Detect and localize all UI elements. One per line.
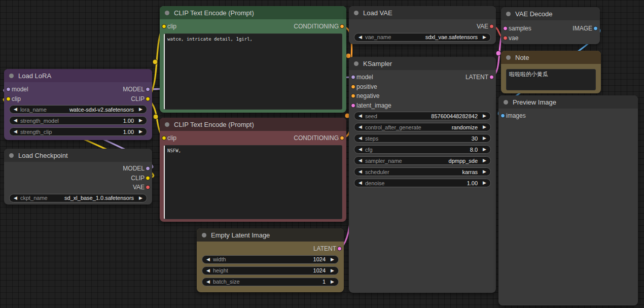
output-port-model[interactable]	[146, 166, 150, 171]
widget-control-after-generate[interactable]: ◀ control_after_generate randomize ▶	[354, 123, 491, 131]
increment-arrow-icon[interactable]: ▶	[139, 118, 142, 123]
output-port-vae[interactable]	[489, 24, 494, 29]
output-port-clip[interactable]	[146, 96, 150, 101]
decrement-arrow-icon[interactable]: ◀	[359, 147, 362, 152]
collapse-dot-icon[interactable]	[165, 122, 169, 127]
node-preview-image[interactable]: Preview Image images	[498, 95, 638, 305]
decrement-arrow-icon[interactable]: ◀	[14, 129, 17, 134]
widget-width[interactable]: ◀ width 1024 ▶	[202, 255, 339, 264]
node-graph-canvas[interactable]: Load LoRA model MODEL clip CLIP ◀ lora_n…	[0, 0, 644, 308]
node-header[interactable]: Load Checkpoint	[4, 149, 152, 162]
prompt-textarea[interactable]: watce, intricate detail, 1girl,	[164, 33, 342, 110]
node-load-lora[interactable]: Load LoRA model MODEL clip CLIP ◀ lora_n…	[4, 69, 152, 140]
widget-vae-name[interactable]: ◀ vae_name sdxl_vae.safetensors ▶	[354, 33, 491, 42]
widget-steps[interactable]: ◀ steps 30 ▶	[354, 134, 491, 143]
decrement-arrow-icon[interactable]: ◀	[14, 196, 17, 200]
decrement-arrow-icon[interactable]: ◀	[359, 114, 362, 118]
output-port-conditioning[interactable]	[340, 136, 344, 141]
node-header[interactable]: Note	[501, 51, 601, 64]
node-header[interactable]: CLIP Text Encode (Prompt)	[160, 6, 346, 19]
collapse-dot-icon[interactable]	[165, 11, 169, 15]
input-port-negative[interactable]	[351, 94, 355, 98]
increment-arrow-icon[interactable]: ▶	[139, 107, 142, 112]
increment-arrow-icon[interactable]: ▶	[139, 129, 142, 134]
collapse-dot-icon[interactable]	[9, 74, 14, 78]
decrement-arrow-icon[interactable]: ◀	[14, 118, 17, 123]
increment-arrow-icon[interactable]: ▶	[331, 257, 334, 262]
collapse-dot-icon[interactable]	[202, 233, 206, 237]
increment-arrow-icon[interactable]: ▶	[483, 169, 486, 174]
collapse-dot-icon[interactable]	[354, 11, 359, 15]
input-port-positive[interactable]	[351, 84, 355, 89]
collapse-dot-icon[interactable]	[506, 12, 511, 16]
widget-lora-name[interactable]: ◀ lora_name watce-sdxl-v2.safetensors ▶	[9, 105, 147, 114]
increment-arrow-icon[interactable]: ▶	[483, 114, 486, 118]
note-textarea[interactable]: 啦啦啦的小黄瓜	[506, 69, 596, 90]
decrement-arrow-icon[interactable]: ◀	[206, 280, 210, 284]
decrement-arrow-icon[interactable]: ◀	[359, 169, 362, 174]
increment-arrow-icon[interactable]: ▶	[331, 280, 334, 284]
collapse-dot-icon[interactable]	[354, 61, 359, 66]
prompt-textarea[interactable]: NSFW,	[164, 145, 342, 219]
output-port-model[interactable]	[146, 87, 150, 92]
widget-sampler-name[interactable]: ◀ sampler_name dpmpp_sde ▶	[354, 156, 491, 165]
increment-arrow-icon[interactable]: ▶	[483, 35, 486, 40]
output-port-clip[interactable]	[146, 176, 150, 180]
output-port-image[interactable]	[593, 26, 598, 31]
input-port-model[interactable]	[6, 87, 11, 92]
node-clip-text-encode-negative[interactable]: CLIP Text Encode (Prompt) clip CONDITION…	[160, 118, 346, 222]
node-header[interactable]: CLIP Text Encode (Prompt)	[160, 118, 346, 131]
decrement-arrow-icon[interactable]: ◀	[359, 125, 362, 129]
increment-arrow-icon[interactable]: ▶	[139, 196, 142, 200]
increment-arrow-icon[interactable]: ▶	[483, 125, 486, 129]
decrement-arrow-icon[interactable]: ◀	[359, 181, 362, 185]
widget-denoise[interactable]: ◀ denoise 1.00 ▶	[354, 179, 491, 187]
collapse-dot-icon[interactable]	[506, 55, 511, 60]
node-empty-latent-image[interactable]: Empty Latent Image LATENT ◀ width 1024 ▶…	[197, 228, 344, 292]
node-load-checkpoint[interactable]: Load Checkpoint MODEL CLIP VAE ◀ ckpt_na…	[4, 149, 152, 204]
input-port-samples[interactable]	[503, 26, 508, 31]
decrement-arrow-icon[interactable]: ◀	[359, 158, 362, 163]
input-port-model[interactable]	[351, 75, 355, 80]
node-header[interactable]: VAE Decode	[501, 7, 600, 20]
output-port-vae[interactable]	[146, 185, 150, 190]
widget-batch-size[interactable]: ◀ batch_size 1 ▶	[202, 278, 339, 286]
increment-arrow-icon[interactable]: ▶	[483, 181, 486, 185]
widget-seed[interactable]: ◀ seed 857600448282842 ▶	[354, 112, 491, 120]
input-port-images[interactable]	[500, 114, 505, 118]
decrement-arrow-icon[interactable]: ◀	[206, 268, 210, 273]
input-port-clip[interactable]	[162, 24, 166, 29]
increment-arrow-icon[interactable]: ▶	[331, 268, 334, 273]
node-note[interactable]: Note 啦啦啦的小黄瓜	[501, 51, 601, 93]
input-port-clip[interactable]	[162, 136, 166, 141]
node-header[interactable]: KSampler	[349, 57, 496, 70]
output-port-latent[interactable]	[337, 247, 342, 251]
widget-cfg[interactable]: ◀ cfg 8.0 ▶	[354, 145, 491, 154]
increment-arrow-icon[interactable]: ▶	[483, 136, 486, 141]
node-header[interactable]: Preview Image	[498, 95, 638, 109]
output-port-conditioning[interactable]	[340, 24, 344, 29]
widget-scheduler[interactable]: ◀ scheduler karras ▶	[354, 167, 491, 176]
decrement-arrow-icon[interactable]: ◀	[359, 35, 362, 40]
collapse-dot-icon[interactable]	[504, 100, 508, 105]
input-port-clip[interactable]	[6, 96, 11, 101]
decrement-arrow-icon[interactable]: ◀	[359, 136, 362, 141]
node-vae-decode[interactable]: VAE Decode samples IMAGE vae	[501, 7, 600, 44]
node-clip-text-encode-positive[interactable]: CLIP Text Encode (Prompt) clip CONDITION…	[160, 6, 346, 113]
node-header[interactable]: Load LoRA	[4, 69, 152, 82]
widget-ckpt-name[interactable]: ◀ ckpt_name sd_xl_base_1.0.safetensors ▶	[9, 194, 147, 202]
increment-arrow-icon[interactable]: ▶	[483, 158, 486, 163]
widget-strength-clip[interactable]: ◀ strength_clip 1.00 ▶	[9, 127, 147, 136]
decrement-arrow-icon[interactable]: ◀	[14, 107, 17, 112]
widget-strength-model[interactable]: ◀ strength_model 1.00 ▶	[9, 116, 147, 125]
node-header[interactable]: Empty Latent Image	[197, 228, 344, 242]
output-port-latent[interactable]	[489, 75, 494, 80]
collapse-dot-icon[interactable]	[9, 153, 14, 158]
input-port-latent-image[interactable]	[351, 103, 355, 108]
input-port-vae[interactable]	[503, 36, 508, 40]
node-ksampler[interactable]: KSampler model LATENT positive negative …	[349, 57, 496, 293]
increment-arrow-icon[interactable]: ▶	[483, 147, 486, 152]
widget-height[interactable]: ◀ height 1024 ▶	[202, 266, 339, 275]
decrement-arrow-icon[interactable]: ◀	[206, 257, 210, 262]
node-load-vae[interactable]: Load VAE VAE ◀ vae_name sdxl_vae.safeten…	[349, 6, 496, 44]
